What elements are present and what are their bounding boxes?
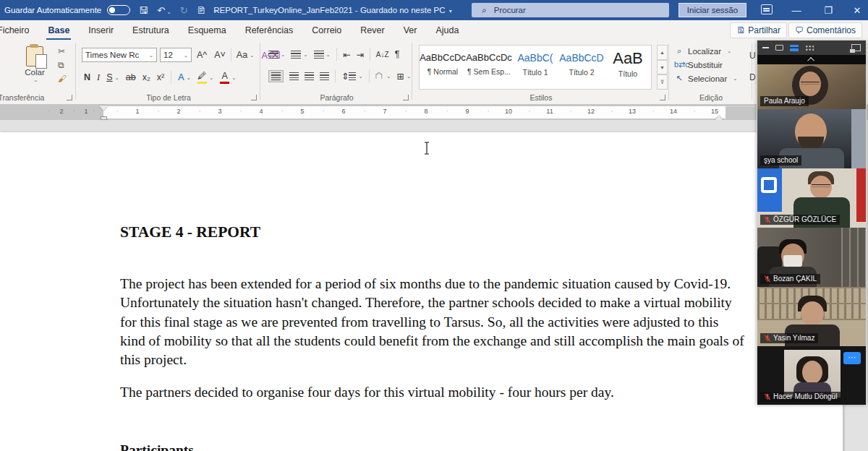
align-right-button[interactable] (305, 72, 314, 80)
underline-button[interactable]: S⌄ (106, 72, 119, 82)
participant-name: Bozan ÇAKIL (760, 274, 820, 284)
ruler-mark: · (488, 108, 490, 114)
italic-button[interactable]: I (97, 72, 100, 83)
participant-tile-hacer[interactable]: ⋯ Hacer Mutlu Döngül (757, 346, 866, 405)
clipboard-dialog-launcher-icon[interactable] (67, 95, 72, 100)
tab-inserir[interactable]: Inserir (79, 20, 123, 40)
font-dialog-launcher-icon[interactable] (251, 95, 257, 100)
panel-minimize-icon[interactable] (762, 47, 769, 48)
numbering-button[interactable]: ⌄ (291, 51, 307, 59)
cut-icon[interactable]: ✂ (58, 46, 67, 56)
undo-icon[interactable]: ↶⌄ (157, 5, 171, 16)
restore-button[interactable]: ❐ (816, 0, 841, 20)
gallery-view-icon[interactable] (790, 45, 799, 51)
shading-button[interactable]: ⛫⌄ (375, 71, 391, 81)
sort-button[interactable]: A↓Z (376, 51, 389, 59)
paragraph-group: ⌄ ⌄ ⌄ ⇤ ⇥ A↓Z ¶ ⇕⌄ ⛫⌄ ⊞⌄ Pará (261, 40, 412, 104)
find-button[interactable]: ⌕ Localizar⌄ (674, 46, 731, 56)
document-page[interactable]: STAGE 4 - REPORT The project has been ex… (0, 132, 843, 451)
search-input[interactable]: ⌕ Procurar (472, 3, 669, 17)
font-color-button[interactable]: A⌄ (220, 71, 236, 84)
ruler-mark: · (93, 108, 95, 114)
style-no-spacing[interactable]: AaBbCcDc ¶ Sem Esp... (466, 46, 512, 89)
strikethrough-button[interactable]: ab (126, 72, 136, 82)
tab-rever[interactable]: Rever (351, 20, 393, 40)
save-icon[interactable]: 🖫 (139, 5, 148, 16)
multilevel-list-button[interactable]: ⌄ (314, 51, 331, 59)
ribbon-tabs: Ficheiro Base Inserir Estrutura Esquema … (0, 20, 868, 40)
font-size-select[interactable]: 12⌄ (160, 48, 192, 62)
bullets-button[interactable]: ⌄ (268, 51, 285, 59)
share-button[interactable]: 🖻Partilhar (730, 22, 787, 38)
format-painter-icon[interactable]: 🖌 (58, 74, 67, 84)
comments-button[interactable]: 🗩Comentários (788, 22, 862, 38)
ruler-mark: · (281, 108, 284, 114)
tab-base[interactable]: Base (38, 20, 79, 40)
tab-esquema[interactable]: Esquema (179, 20, 236, 40)
align-center-button[interactable] (289, 72, 299, 80)
styles-scroll-up-icon[interactable]: ▲ (657, 45, 668, 60)
decrease-indent-button[interactable]: ⇤ (343, 49, 350, 60)
tab-ficheiro[interactable]: Ficheiro (0, 20, 38, 40)
tab-referencias[interactable]: Referências (236, 20, 303, 40)
participant-tile-yasin[interactable]: Yasin Yılmaz (757, 287, 866, 346)
styles-scroll-down-icon[interactable]: ▼ (657, 60, 668, 75)
grow-font-button[interactable]: A^ (195, 48, 209, 61)
change-case-button[interactable]: Aa⌄ (234, 48, 257, 61)
font-name-select[interactable]: Times New Rc⌄ (82, 48, 157, 62)
style-title[interactable]: AaB Título (605, 46, 651, 89)
participant-tile-ozgur[interactable]: ÖZGÜR GÖZLÜCE (757, 168, 866, 228)
multilevel-list-icon (314, 51, 324, 59)
sign-in-button[interactable]: Iniciar sessão (678, 3, 746, 17)
participant-tile-paula[interactable]: Paula Araujo (757, 64, 866, 109)
ruler-mark: · (73, 108, 75, 114)
borders-button[interactable]: ⊞⌄ (397, 71, 412, 82)
justify-button[interactable] (320, 72, 329, 80)
ribbon-options-icon[interactable] (761, 4, 773, 14)
popout-layout-icon[interactable] (851, 44, 861, 51)
more-options-button[interactable]: ⋯ (843, 352, 861, 364)
undo-chevron-icon[interactable]: ⌄ (166, 9, 171, 15)
select-button[interactable]: ↖ Selecionar⌄ (674, 74, 738, 83)
replace-button[interactable]: b⇄c Substituir (674, 60, 723, 69)
bold-button[interactable]: N (84, 72, 90, 82)
document-title[interactable]: REPORT_TurkeyOnline_JanFeb2021 - Guardad… (203, 6, 463, 14)
shrink-font-button[interactable]: A˅ (212, 48, 228, 61)
align-right-icon (305, 72, 314, 80)
subscript-button[interactable]: x₂ (142, 72, 150, 82)
superscript-button[interactable]: x² (157, 72, 164, 82)
tab-ajuda[interactable]: Ajuda (426, 20, 468, 40)
line-spacing-button[interactable]: ⇕⌄ (341, 71, 363, 82)
comment-icon: 🗩 (795, 25, 804, 35)
tab-estrutura[interactable]: Estrutura (123, 20, 179, 40)
speaker-view-icon[interactable] (775, 45, 783, 51)
tab-ver[interactable]: Ver (394, 20, 427, 40)
document-canvas: STAGE 4 - REPORT The project has been ex… (0, 120, 868, 451)
ruler-mark: 1 (135, 108, 139, 115)
participant-tile-sya-school[interactable]: şya school (757, 109, 866, 168)
grid-view-icon[interactable] (805, 44, 814, 52)
styles-dialog-launcher-icon[interactable] (660, 95, 665, 100)
text-effects-button[interactable]: A⌄ (178, 72, 191, 82)
show-marks-button[interactable]: ¶ (395, 49, 400, 59)
increase-indent-button[interactable]: ⇥ (356, 49, 363, 60)
minimize-button[interactable]: — (784, 0, 809, 20)
style-heading1[interactable]: AaBbC( Título 1 (512, 46, 558, 89)
autosave-toggle[interactable] (107, 5, 130, 15)
paste-button[interactable]: Colar ⌄ (16, 46, 54, 83)
style-normal[interactable]: AaBbCcDc ¶ Normal (420, 46, 466, 89)
participant-tile-bozan[interactable]: Bozan ÇAKIL (757, 228, 866, 287)
panel-collapse-handle[interactable] (757, 55, 866, 64)
align-left-button[interactable] (268, 70, 284, 82)
close-button[interactable]: ✕ (845, 0, 868, 20)
styles-more-icon[interactable]: ⊽ (657, 74, 668, 90)
ruler-mark: 5 (300, 108, 304, 115)
style-heading2[interactable]: AaBbCcD Título 2 (558, 46, 605, 89)
tab-correio[interactable]: Correio (302, 20, 351, 40)
highlight-button[interactable]: 🖉⌄ (197, 71, 213, 84)
copy-icon[interactable]: ⧉ (58, 60, 67, 70)
find-icon: ⌕ (674, 46, 684, 56)
muted-mic-icon (764, 275, 771, 283)
paragraph-dialog-launcher-icon[interactable] (403, 95, 409, 100)
paste-chevron-icon[interactable]: ⌄ (18, 77, 54, 83)
